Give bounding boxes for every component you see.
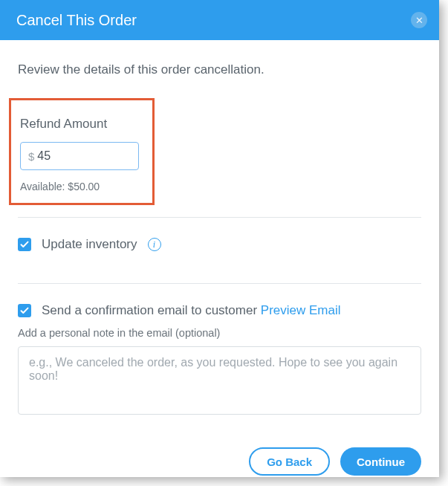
close-icon: ✕	[415, 16, 423, 25]
check-icon	[20, 306, 29, 315]
send-email-checkbox[interactable]	[18, 304, 31, 317]
send-email-label: Send a confirmation email to customer Pr…	[42, 303, 341, 318]
modal-body: Review the details of this order cancell…	[0, 40, 439, 477]
personal-note-textarea[interactable]	[18, 346, 421, 415]
personal-note-label: Add a personal note in the email (option…	[18, 327, 421, 339]
refund-amount-input-wrap[interactable]: $	[20, 142, 139, 170]
refund-available-label: Available: $50.00	[20, 181, 143, 192]
refund-amount-input[interactable]	[37, 149, 131, 163]
go-back-button[interactable]: Go Back	[249, 447, 330, 476]
currency-symbol: $	[28, 150, 34, 163]
check-icon	[20, 240, 29, 249]
info-icon[interactable]: i	[148, 238, 161, 251]
send-email-row: Send a confirmation email to customer Pr…	[18, 284, 421, 327]
update-inventory-checkbox[interactable]	[18, 238, 31, 251]
update-inventory-label: Update inventory	[42, 237, 137, 252]
send-email-label-text: Send a confirmation email to customer	[42, 303, 261, 317]
modal-footer: Go Back Continue	[18, 418, 421, 476]
continue-button[interactable]: Continue	[340, 447, 421, 476]
close-button[interactable]: ✕	[411, 12, 427, 28]
modal-title: Cancel This Order	[16, 12, 137, 29]
instruction-text: Review the details of this order cancell…	[18, 62, 421, 77]
modal-header: Cancel This Order ✕	[0, 0, 439, 40]
cancel-order-modal: Cancel This Order ✕ Review the details o…	[0, 0, 439, 477]
refund-amount-title: Refund Amount	[20, 117, 143, 132]
refund-amount-section: Refund Amount $ Available: $50.00	[9, 98, 155, 205]
preview-email-link[interactable]: Preview Email	[261, 303, 341, 317]
update-inventory-row: Update inventory i	[18, 218, 421, 271]
